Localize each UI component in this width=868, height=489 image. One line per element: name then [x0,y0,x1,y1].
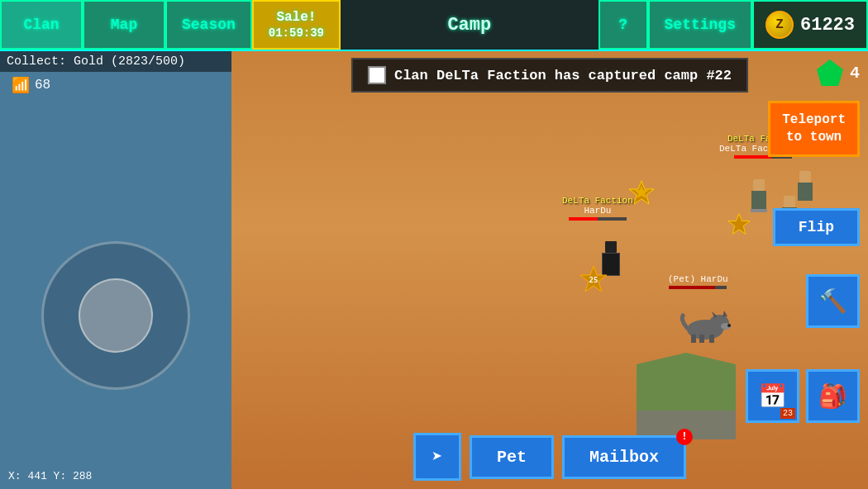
left-panel: Collect: Gold (2823/500) 📶 68 X: 441 Y: … [0,51,231,489]
sale-button[interactable]: Sale! 01:59:39 [252,0,341,50]
svg-marker-13 [728,214,750,235]
soldier-3 [798,171,813,201]
bag-icon: 🎒 [818,382,847,411]
mailbox-wrapper: Mailbox ! [562,435,686,479]
camp-roof [637,353,736,411]
wifi-signal: 68 [35,78,50,93]
coordinates: X: 441 Y: 288 [8,470,92,482]
joystick-outer[interactable] [41,241,190,390]
collect-bar: Collect: Gold (2823/500) [0,51,231,72]
wifi-icon: 📶 [12,76,30,94]
joystick-inner [79,278,153,353]
topbar: Clan Map Season Sale! 01:59:39 Camp ? Se… [0,0,868,51]
flip-button[interactable]: Flip [773,208,860,246]
game-area: Collect: Gold (2823/500) 📶 68 X: 441 Y: … [0,51,868,489]
calendar-badge: 23 [780,408,795,419]
calendar-icon: 📅 [758,382,787,411]
svg-point-7 [727,324,731,327]
notification-bar: Clan DeLTa Faction has captured camp #22 [351,58,748,93]
coin-icon: Z [765,11,794,39]
svg-marker-5 [723,311,727,317]
coin-area: Z 61223 [752,0,868,50]
game-world[interactable]: Clan DeLTa Faction has captured camp #22… [231,51,868,489]
camp-structure [637,353,736,439]
sale-timer: 01:59:39 [269,26,324,40]
sale-label: Sale! [276,9,316,26]
bag-button[interactable]: 🎒 [806,369,860,423]
settings-button[interactable]: Settings [648,0,752,50]
faction-badge-1 [628,179,655,210]
camp-button[interactable]: Camp [341,0,599,50]
bottom-actions: ➤ Pet Mailbox ! [413,433,686,481]
mailbox-badge: ! [676,429,693,445]
help-button[interactable]: ? [599,0,648,50]
svg-rect-9 [699,335,704,343]
send-icon: ➤ [432,446,442,468]
season-button[interactable]: Season [165,0,252,50]
faction-badge-2 [727,212,751,240]
notification-text: Clan DeLTa Faction has captured camp #22 [394,68,732,83]
hammer-icon: 🔨 [818,287,847,316]
svg-rect-10 [709,335,714,343]
level-badge-25: 25 [579,264,608,298]
mailbox-button[interactable]: Mailbox [562,435,686,479]
send-button[interactable]: ➤ [413,433,461,481]
map-button[interactable]: Map [83,0,165,50]
svg-text:25: 25 [589,276,599,284]
bottom-right-buttons: 📅 23 🎒 [746,369,860,423]
gem-icon [817,59,843,86]
clan-button[interactable]: Clan [0,0,83,50]
teleport-label: Teleportto town [782,112,846,146]
pet-button[interactable]: Pet [470,435,554,479]
gem-indicator: 4 [817,59,860,86]
wifi-indicator: 📶 68 [12,76,50,94]
teleport-button[interactable]: Teleportto town [768,101,860,157]
calendar-button[interactable]: 📅 23 [746,369,799,423]
gem-count: 4 [850,64,860,83]
coin-amount: 61223 [800,15,855,36]
pet-wolf [676,303,734,349]
svg-rect-8 [691,335,696,343]
notification-icon [368,66,386,84]
hammer-button[interactable]: 🔨 [806,274,860,328]
soldier-1 [751,179,767,212]
